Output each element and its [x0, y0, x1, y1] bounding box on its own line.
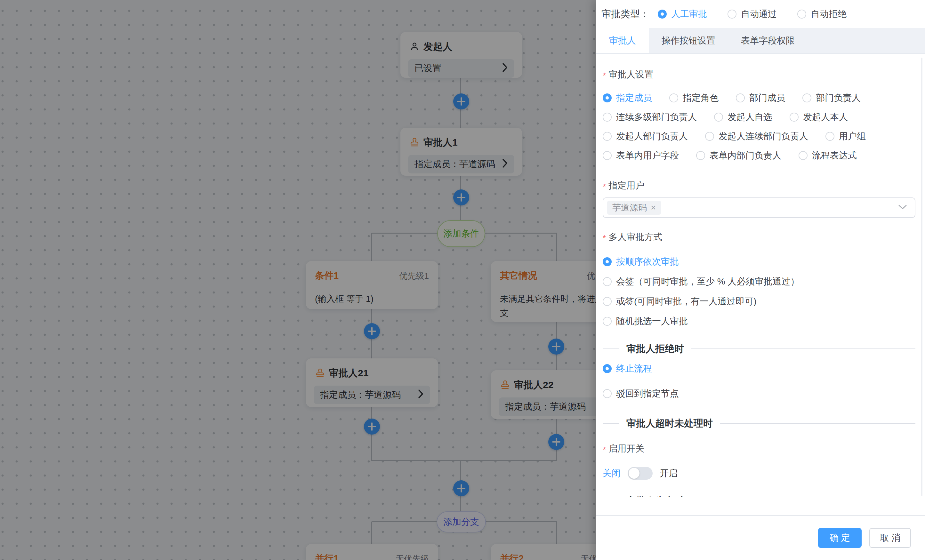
radio-terminate-flow[interactable]: 终止流程: [603, 363, 652, 375]
multi-approve-label: * 多人审批方式: [603, 231, 915, 243]
radio-user-group[interactable]: 用户组: [826, 130, 866, 142]
radio-icon: [603, 297, 612, 306]
radio-countersign[interactable]: 会签（可同时审批，至少 % 人必须审批通过）: [603, 275, 799, 288]
radio-icon: [603, 277, 612, 286]
approver-setting-label: * 审批人设置: [603, 68, 915, 81]
radio-initiator-dept-leader[interactable]: 发起人部门负责人: [603, 130, 688, 142]
settings-tabbar: 审批人 操作按钮设置 表单字段权限: [596, 28, 925, 54]
radio-dept-member[interactable]: 部门成员: [736, 92, 785, 104]
radio-dept-leader[interactable]: 部门负责人: [802, 92, 861, 104]
radio-icon: [798, 151, 807, 160]
required-asterisk: *: [603, 445, 606, 455]
radio-icon: [696, 151, 705, 160]
radio-icon: [603, 113, 612, 122]
switch-off-label: 关闭: [603, 467, 621, 479]
timeout-switch-row: 关闭 开启: [603, 466, 915, 480]
required-asterisk: *: [603, 182, 606, 192]
radio-assign-member[interactable]: 指定成员: [603, 92, 652, 104]
radio-multi-level-dept-leader[interactable]: 连续多级部门负责人: [603, 111, 697, 123]
divider-on-reject: 审批人拒绝时: [603, 342, 915, 355]
radio-icon: [603, 317, 612, 326]
approval-type-label: 审批类型：: [601, 8, 649, 21]
screen: 发起人 已设置 审批人1 指定成员: [0, 0, 925, 560]
radio-icon: [736, 93, 745, 102]
divider-on-timeout: 审批人超时未处理时: [603, 417, 915, 430]
tab-button-settings[interactable]: 操作按钮设置: [649, 28, 728, 53]
radio-initiator-choose[interactable]: 发起人自选: [714, 111, 772, 123]
radio-orsign[interactable]: 或签(可同时审批，有一人通过即可): [603, 295, 757, 307]
radio-flow-expression[interactable]: 流程表达式: [798, 149, 857, 162]
radio-random-one[interactable]: 随机挑选一人审批: [603, 315, 688, 327]
tab-approver[interactable]: 审批人: [596, 28, 649, 53]
approver-setting-row4: 表单内用户字段 表单内部门负责人 流程表达式: [603, 149, 915, 162]
timeout-enable-switch[interactable]: [628, 467, 652, 480]
assign-user-select[interactable]: 芋道源码 ×: [603, 197, 915, 218]
radio-initiator-self[interactable]: 发起人本人: [789, 111, 848, 123]
chevron-down-icon: [898, 204, 907, 211]
radio-auto-pass[interactable]: 自动通过: [728, 8, 777, 20]
radio-icon: [603, 93, 612, 102]
radio-icon: [802, 93, 811, 102]
radio-sequential-approve[interactable]: 按顺序依次审批: [603, 256, 679, 268]
radio-icon: [728, 10, 737, 18]
switch-on-label: 开启: [660, 467, 678, 479]
switch-knob: [628, 468, 639, 479]
radio-return-to-node[interactable]: 驳回到指定节点: [603, 387, 679, 400]
radio-icon: [603, 151, 612, 160]
radio-icon: [714, 113, 723, 122]
selected-user-tag: 芋道源码 ×: [607, 201, 661, 215]
approval-settings-drawer: 审批类型： 人工审批 自动通过 自动拒绝 审批人 操作按钮设置 表单字段权限 *: [596, 0, 925, 560]
tab-form-field-permission[interactable]: 表单字段权限: [728, 28, 807, 53]
approval-type-row: 审批类型： 人工审批 自动通过 自动拒绝: [596, 0, 925, 21]
radio-manual-approval[interactable]: 人工审批: [658, 8, 707, 20]
radio-icon: [669, 93, 678, 102]
confirm-button[interactable]: 确 定: [818, 528, 862, 548]
drawer-scrollbar[interactable]: [921, 57, 922, 496]
radio-icon: [826, 132, 835, 141]
approver-setting-row1: 指定成员 指定角色 部门成员 部门负责人: [603, 92, 915, 104]
radio-initiator-multi-dept-leader[interactable]: 发起人连续部门负责人: [705, 130, 808, 142]
approver-setting-row2: 连续多级部门负责人 发起人自选 发起人本人: [603, 111, 915, 123]
radio-icon: [603, 389, 612, 398]
multi-approve-options: 按顺序依次审批 会签（可同时审批，至少 % 人必须审批通过） 或签(可同时审批，…: [603, 255, 915, 328]
radio-icon: [603, 132, 612, 141]
radio-form-user-field[interactable]: 表单内用户字段: [603, 149, 679, 162]
radio-icon: [705, 132, 714, 141]
required-asterisk: *: [603, 71, 606, 81]
radio-icon: [603, 364, 612, 373]
drawer-content: * 审批人设置 指定成员 指定角色 部门成员 部门负责人 连续多级部门负责人 发…: [596, 54, 925, 497]
assign-user-label: * 指定用户: [603, 179, 915, 192]
radio-icon: [789, 113, 798, 122]
radio-icon: [658, 10, 667, 18]
required-asterisk: *: [603, 233, 606, 243]
radio-assign-role[interactable]: 指定角色: [669, 92, 719, 104]
cancel-button[interactable]: 取 消: [869, 528, 911, 548]
tag-close-icon[interactable]: ×: [651, 203, 656, 213]
approver-setting-row3: 发起人部门负责人 发起人连续部门负责人 用户组: [603, 130, 915, 142]
radio-form-dept-leader[interactable]: 表单内部门负责人: [696, 149, 781, 162]
enable-switch-label: * 启用开关: [603, 443, 915, 455]
radio-icon: [797, 10, 806, 18]
divider-approver-empty: 审批人为空时: [603, 495, 915, 497]
radio-icon: [603, 257, 612, 266]
radio-auto-reject[interactable]: 自动拒绝: [797, 8, 847, 20]
drawer-footer: 确 定 取 消: [596, 515, 925, 560]
on-reject-options: 终止流程 驳回到指定节点: [603, 362, 915, 400]
